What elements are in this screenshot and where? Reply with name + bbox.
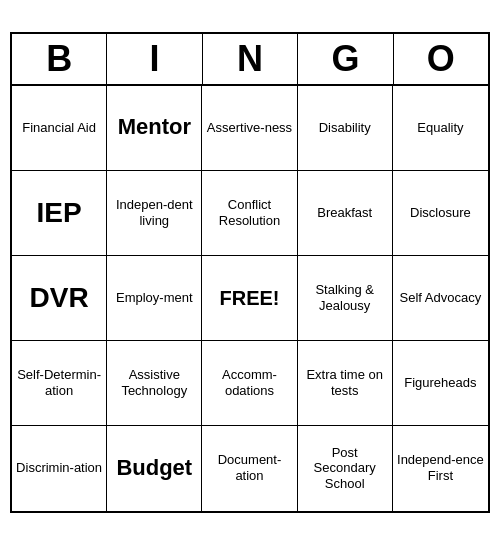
header-letter-g: G: [298, 34, 393, 86]
bingo-cell-7: Conflict Resolution: [202, 171, 297, 256]
bingo-cell-9: Disclosure: [393, 171, 488, 256]
bingo-cell-16: Assistive Technology: [107, 341, 202, 426]
bingo-cell-2: Assertive-ness: [202, 86, 297, 171]
bingo-cell-8: Breakfast: [298, 171, 393, 256]
bingo-cell-23: Post Secondary School: [298, 426, 393, 511]
bingo-cell-20: Discrimin-ation: [12, 426, 107, 511]
bingo-cell-0: Financial Aid: [12, 86, 107, 171]
header-letter-o: O: [394, 34, 488, 86]
bingo-cell-22: Document-ation: [202, 426, 297, 511]
header-letter-n: N: [203, 34, 298, 86]
bingo-cell-4: Equality: [393, 86, 488, 171]
bingo-header: BINGO: [12, 34, 488, 86]
bingo-cell-17: Accomm-odations: [202, 341, 297, 426]
bingo-cell-3: Disability: [298, 86, 393, 171]
bingo-grid: Financial AidMentorAssertive-nessDisabil…: [12, 86, 488, 511]
bingo-cell-14: Self Advocacy: [393, 256, 488, 341]
bingo-cell-5: IEP: [12, 171, 107, 256]
header-letter-b: B: [12, 34, 107, 86]
bingo-cell-6: Indepen-dent living: [107, 171, 202, 256]
bingo-cell-11: Employ-ment: [107, 256, 202, 341]
bingo-cell-19: Figureheads: [393, 341, 488, 426]
bingo-cell-18: Extra time on tests: [298, 341, 393, 426]
header-letter-i: I: [107, 34, 202, 86]
bingo-cell-15: Self-Determin-ation: [12, 341, 107, 426]
bingo-cell-12: FREE!: [202, 256, 297, 341]
bingo-card: BINGO Financial AidMentorAssertive-nessD…: [10, 32, 490, 513]
bingo-cell-24: Independ-ence First: [393, 426, 488, 511]
bingo-cell-1: Mentor: [107, 86, 202, 171]
bingo-cell-13: Stalking & Jealousy: [298, 256, 393, 341]
bingo-cell-21: Budget: [107, 426, 202, 511]
bingo-cell-10: DVR: [12, 256, 107, 341]
